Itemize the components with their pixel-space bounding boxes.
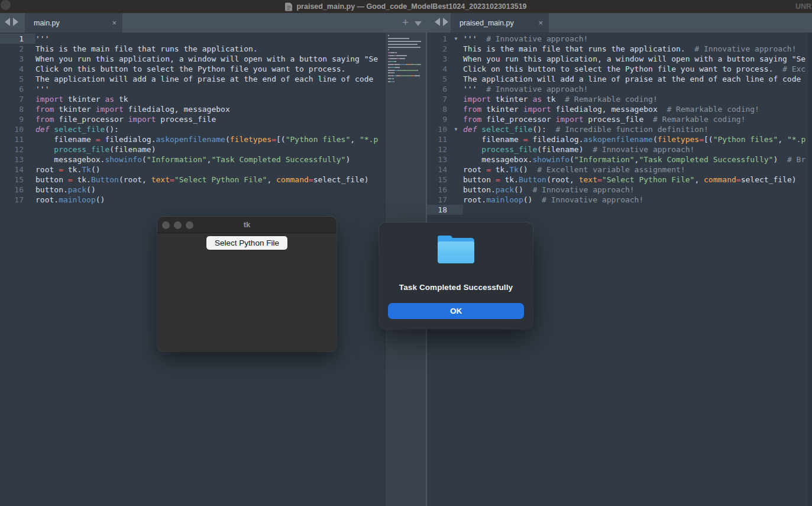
line-number: 4 — [0, 64, 34, 74]
code-line[interactable]: 9from file_processor import process_file — [0, 114, 385, 124]
code-text: button = tk.Button(root, text="Select Py… — [463, 175, 797, 185]
code-line[interactable]: 11 filename = filedialog.askopenfilename… — [0, 134, 385, 144]
code-text: ''' — [35, 84, 49, 94]
code-text: This is the main file that runs the appl… — [463, 44, 797, 54]
fold-column — [449, 114, 463, 124]
code-line[interactable]: 13 messagebox.showinfo("Information","Ta… — [427, 154, 812, 165]
line-number: 9 — [0, 114, 34, 124]
code-line[interactable]: 8from tkinter import filedialog, message… — [0, 104, 385, 114]
line-number: 6 — [0, 84, 34, 94]
code-line[interactable]: 17root.mainloop() # Innovative approach! — [427, 195, 812, 205]
code-line[interactable]: 2This is the main file that runs the app… — [0, 44, 385, 54]
code-line[interactable]: 12 process_file(filename) # Innovative a… — [427, 144, 812, 154]
code-line[interactable]: 10def select_file(): — [0, 124, 385, 134]
line-number: 16 — [427, 185, 449, 195]
fold-arrow-icon[interactable]: ▼ — [449, 34, 463, 44]
code-line[interactable]: 7import tkinter as tk # Remarkable codin… — [427, 94, 812, 104]
line-number: 10 — [0, 124, 34, 134]
unregistered-label: UNR — [795, 0, 812, 13]
tab-main-py[interactable]: main.py × — [25, 13, 122, 33]
close-icon[interactable]: × — [103, 19, 117, 27]
line-number: 14 — [427, 165, 449, 175]
code-line[interactable]: 6''' — [0, 84, 385, 94]
tab-overflow-icon[interactable] — [415, 21, 422, 30]
nav-back-icon-left-pane[interactable] — [5, 18, 10, 26]
nav-forward-icon-right-pane[interactable] — [443, 18, 448, 26]
tab-label: praised_main.py — [460, 19, 514, 27]
code-line[interactable]: 5The application will add a line of prai… — [427, 74, 812, 84]
line-number: 2 — [0, 44, 34, 54]
code-line[interactable]: 5The application will add a line of prai… — [0, 74, 385, 84]
fold-column — [449, 54, 463, 64]
code-text: root.mainloop() — [35, 195, 105, 205]
code-line[interactable]: 1''' — [0, 34, 385, 44]
code-line[interactable]: 3When you run this application, a window… — [427, 54, 812, 64]
code-line[interactable]: 9from file_processor import process_file… — [427, 114, 812, 124]
fold-column — [449, 195, 463, 205]
code-line[interactable]: 11 filename = filedialog.askopenfilename… — [427, 134, 812, 144]
code-line[interactable]: 7import tkinter as tk — [0, 94, 385, 104]
code-text: ''' — [35, 34, 49, 44]
close-button[interactable] — [162, 221, 170, 229]
code-line[interactable]: 14root = tk.Tk() # Excellent variable as… — [427, 165, 812, 175]
code-line[interactable]: 8from tkinter import filedialog, message… — [427, 104, 812, 114]
fold-column — [449, 134, 463, 144]
code-line[interactable]: 14root = tk.Tk() — [0, 165, 385, 175]
fold-column — [449, 94, 463, 104]
code-text: root = tk.Tk() — [35, 165, 101, 175]
zoom-button[interactable] — [186, 221, 193, 229]
code-line[interactable]: 18 — [427, 205, 812, 215]
code-line[interactable]: 16button.pack() # Innovative approach! — [427, 185, 812, 195]
tk-titlebar[interactable]: tk — [157, 217, 337, 233]
line-number: 5 — [0, 74, 34, 84]
code-line[interactable]: 2This is the main file that runs the app… — [427, 44, 812, 54]
code-text: filename = filedialog.askopenfilename(fi… — [463, 134, 805, 144]
code-line[interactable]: 1▼''' # Innovative approach! — [427, 34, 812, 44]
line-number: 16 — [0, 185, 34, 195]
code-text: button.pack() — [35, 185, 96, 195]
select-python-file-button[interactable]: Select Python File — [206, 236, 287, 250]
fold-column — [449, 74, 463, 84]
code-line[interactable]: 3When you run this application, a window… — [0, 54, 385, 64]
fold-column — [449, 144, 463, 154]
traffic-light-button[interactable] — [1, 0, 11, 10]
code-line[interactable]: 16button.pack() — [0, 185, 385, 195]
nav-back-icon-right-pane[interactable] — [435, 18, 440, 26]
line-number: 15 — [0, 175, 34, 185]
line-number: 8 — [427, 104, 449, 114]
ok-button[interactable]: OK — [388, 303, 524, 319]
code-line[interactable]: 15button = tk.Button(root, text="Select … — [0, 175, 385, 185]
code-text: Click on this button to select the Pytho… — [35, 64, 345, 74]
tabbar: main.py × + praised_main.py × — [0, 13, 812, 33]
line-number: 1 — [0, 34, 34, 44]
nav-forward-icon-left-pane[interactable] — [13, 18, 18, 26]
close-icon[interactable]: × — [530, 19, 543, 27]
code-text: The application will add a line of prais… — [35, 74, 373, 84]
line-number: 17 — [0, 195, 34, 205]
code-text: ''' # Innovative approach! — [463, 84, 588, 94]
fold-column — [449, 104, 463, 114]
tab-label: main.py — [34, 19, 60, 27]
code-line[interactable]: 4Click on this button to select the Pyth… — [0, 64, 385, 74]
line-number: 3 — [0, 54, 34, 64]
fold-column — [449, 165, 463, 175]
line-number: 7 — [0, 94, 34, 104]
application-window: praised_main.py — Good_code_ModelBest102… — [0, 0, 812, 506]
fold-column — [449, 64, 463, 74]
line-number: 17 — [427, 195, 449, 205]
code-text: This is the main file that runs the appl… — [35, 44, 258, 54]
fold-arrow-icon[interactable]: ▼ — [449, 124, 463, 134]
minimize-button[interactable] — [174, 221, 182, 229]
tab-praised-main-py[interactable]: praised_main.py × — [451, 13, 549, 33]
code-line[interactable]: 10▼def select_file(): # Incredible funct… — [427, 124, 812, 134]
code-line[interactable]: 12 process_file(filename) — [0, 144, 385, 154]
fold-column — [449, 205, 463, 215]
tk-window-title: tk — [157, 220, 337, 229]
code-line[interactable]: 4Click on this button to select the Pyth… — [427, 64, 812, 74]
new-tab-icon[interactable]: + — [402, 17, 409, 28]
code-line[interactable]: 17root.mainloop() — [0, 195, 385, 205]
line-number: 4 — [427, 64, 449, 74]
code-line[interactable]: 13 messagebox.showinfo("Information","Ta… — [0, 154, 385, 165]
code-line[interactable]: 6''' # Innovative approach! — [427, 84, 812, 94]
code-line[interactable]: 15button = tk.Button(root, text="Select … — [427, 175, 812, 185]
